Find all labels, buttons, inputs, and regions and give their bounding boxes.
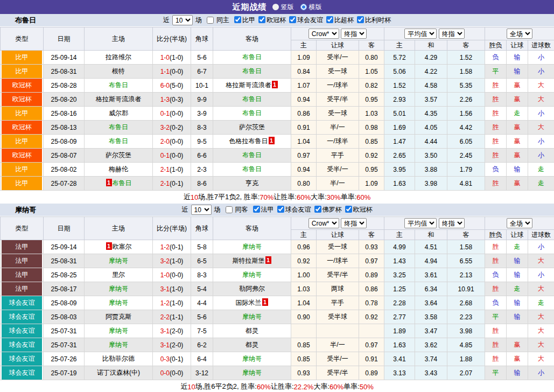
asian-handicap: 受半/一: [317, 163, 359, 177]
league-checkbox[interactable]: [277, 206, 284, 213]
same-venue-checkbox[interactable]: [207, 17, 214, 24]
result-goals: 走: [528, 163, 554, 177]
col-score: 比分(半场): [153, 27, 191, 51]
home-team: 里尔: [85, 268, 153, 282]
result-goals: 走: [528, 177, 554, 191]
away-team: 都灵: [213, 338, 291, 352]
result-goals: 大: [528, 310, 554, 324]
corner-score: 8-6: [191, 177, 213, 191]
competition-badge: 欧冠杯: [2, 79, 42, 92]
halftime-score: (0-1): [170, 355, 183, 363]
match-count-select[interactable]: 10: [191, 205, 212, 215]
filter-near-label: 近: [163, 16, 170, 25]
asian-handicap: 受半/一: [317, 352, 359, 366]
match-count-select[interactable]: 10: [172, 15, 193, 25]
asian-away-odds: 0.89: [359, 366, 384, 380]
team-name: 布鲁日: [15, 16, 36, 25]
team-label: 欧塞尔: [113, 243, 132, 250]
euro-time-select[interactable]: 终指: [439, 29, 465, 39]
competition-badge: 比甲: [2, 51, 42, 64]
fulltime-score: 2-1: [160, 180, 170, 187]
euro-away-odds: 4.85: [447, 338, 485, 352]
summary-segment: 22.2%: [294, 383, 314, 391]
team-label: 摩纳哥: [109, 327, 128, 334]
result-wdl: 负: [485, 51, 507, 65]
euro-home-odds: 2.65: [384, 149, 415, 163]
layout-radio[interactable]: 竖版: [272, 3, 294, 12]
filter-controls: 近 10 场 同客 法甲球会友谊佛罗杯欧冠杯: [182, 205, 373, 215]
league-checkbox[interactable]: [345, 206, 352, 213]
match-date: 25-08-07: [44, 149, 85, 163]
match-row: 欧冠杯25-08-07萨尔茨堡0-1(0-0)6-6布鲁日0.97平手0.922…: [1, 149, 554, 163]
asian-time-select[interactable]: 终指: [341, 29, 367, 39]
competition-cell: 欧冠杯: [1, 79, 44, 93]
result-wdl: 胜: [485, 282, 507, 296]
bookmaker-select[interactable]: Crow*: [308, 218, 339, 228]
league-label: 球会友谊: [285, 206, 311, 213]
fulltime-select[interactable]: 全场: [507, 29, 532, 39]
asian-home-odds: 1.03: [291, 282, 317, 296]
home-team: 比勒菲尔德: [85, 352, 153, 366]
summary-segment: 场,胜6平2负2, 胜率:: [195, 382, 257, 391]
asian-home-odds: 1.04: [291, 135, 317, 149]
league-checkbox[interactable]: [357, 16, 364, 23]
result-goals: 小: [528, 135, 554, 149]
col-result-wdl: 胜负: [485, 230, 507, 240]
euro-avg-select[interactable]: 平均值: [404, 218, 437, 228]
league-checkbox[interactable]: [234, 16, 241, 23]
fulltime-select[interactable]: 全场: [507, 218, 532, 228]
halftime-score: (0-0): [170, 369, 183, 377]
competition-badge: 球会友谊: [2, 338, 42, 352]
euro-avg-select[interactable]: 平均值: [404, 29, 437, 39]
competition-cell: 比甲: [1, 135, 44, 149]
competition-cell: 法甲: [1, 282, 44, 296]
corner-score: 2-3: [191, 163, 213, 177]
match-row: 欧冠杯25-08-20格拉斯哥流浪者1-3(0-3)9-9布鲁日0.94受平/半…: [1, 93, 554, 107]
layout-radio[interactable]: 横版: [300, 3, 322, 12]
radio-button-icon[interactable]: [272, 4, 279, 10]
col-type: 类型: [1, 27, 44, 51]
league-checkbox[interactable]: [253, 206, 260, 213]
result-goals: 大: [528, 324, 554, 338]
match-row: 比甲25-08-09布鲁日2-0(0-0)9-5色格拉布鲁日11.04一/球半0…: [1, 135, 554, 149]
league-checkbox[interactable]: [258, 16, 265, 23]
asian-time-select[interactable]: 终指: [341, 218, 367, 228]
same-venue-label: 同主: [216, 16, 229, 25]
euro-home-odds: 2.77: [384, 310, 415, 324]
result-wdl: 平: [485, 65, 507, 79]
summary-segment: 场,胜7平1负2, 胜率:: [198, 192, 260, 202]
competition-badge: 法甲: [2, 240, 42, 254]
euro-draw-odds: 3.64: [415, 296, 447, 310]
result-goals: 小: [528, 268, 554, 282]
same-venue-checkbox[interactable]: [226, 206, 233, 213]
asian-handicap: 半/一: [317, 177, 359, 191]
fulltime-score: 1-3: [160, 96, 170, 103]
corner-score: 8-3: [191, 121, 213, 135]
col-result-handicap: 让球: [507, 40, 528, 51]
corner-score: 6-6: [191, 149, 213, 163]
euro-draw-odds: 4.29: [415, 51, 447, 65]
team-filter-bar: 布鲁日 近 10 场 同主 比甲欧冠杯球会友谊比超杯比利时杯: [0, 14, 554, 27]
euro-time-select[interactable]: 终指: [439, 218, 465, 228]
team-label: 比勒菲尔德: [102, 355, 135, 362]
euro-draw-odds: 4.51: [415, 240, 447, 254]
score-cell: 0-3(0-1): [153, 352, 191, 366]
match-row: 比甲25-08-16威尔郡0-1(0-0)3-9布鲁日0.86受一球1.035.…: [1, 107, 554, 121]
competition-badge: 法甲: [2, 282, 42, 296]
asian-home-odds: 0.94: [291, 93, 317, 107]
score-cell: 0-1(0-0): [153, 107, 191, 121]
home-team: 根特: [85, 65, 153, 79]
league-checkbox[interactable]: [326, 16, 333, 23]
score-cell: 2-2(1-1): [153, 310, 191, 324]
league-checkbox[interactable]: [289, 16, 296, 23]
red-card-badge: 1: [265, 256, 271, 264]
euro-away-odds: 4.42: [447, 121, 485, 135]
away-team: 布鲁日: [213, 149, 291, 163]
radio-button-icon[interactable]: [300, 4, 307, 10]
league-checkbox[interactable]: [314, 206, 321, 213]
euro-away-odds: 6.05: [447, 135, 485, 149]
bookmaker-select[interactable]: Crow*: [308, 29, 339, 39]
asian-handicap: 受半球: [317, 310, 359, 324]
title-bar: 近期战绩 竖版横版: [0, 0, 554, 14]
away-team: 色格拉布鲁日1: [213, 135, 291, 149]
